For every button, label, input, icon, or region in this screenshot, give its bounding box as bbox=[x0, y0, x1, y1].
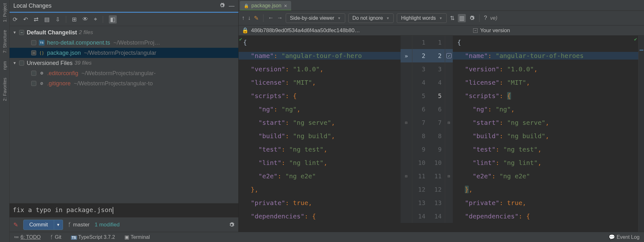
fold-icon[interactable]: ⊟ bbox=[405, 120, 408, 125]
diff-row-left[interactable]: "scripts": {55 bbox=[239, 89, 453, 103]
commit-message-text: fix a typo in package.json bbox=[13, 206, 112, 214]
diff-row-left[interactable]: "name": "angular-tour-of-hero»22✓ bbox=[239, 49, 453, 62]
next-diff-icon[interactable]: ↓ bbox=[248, 15, 251, 21]
file-row-package-json[interactable]: { } package.json ~/WebstormProjects/angu… bbox=[10, 48, 238, 58]
diff-row-right[interactable]: "build": "ng build", bbox=[453, 129, 638, 143]
expand-square-icon[interactable]: − bbox=[473, 28, 478, 33]
edit-icon[interactable]: ✎ bbox=[254, 15, 259, 22]
fold-icon[interactable]: ⊟ bbox=[448, 120, 450, 125]
status-bar: ≔ 6: TODO ᚶ Git TS TypeScript 3.7.2 ▣ Te… bbox=[10, 232, 644, 242]
diff-row-right[interactable]: "name": "angular-tour-of-heroes bbox=[453, 49, 638, 62]
status-git[interactable]: ᚶ Git bbox=[50, 234, 61, 240]
file-row-gitignore[interactable]: ⊘ .gitignore ~/WebstormProjects/angular-… bbox=[10, 78, 238, 89]
ignored-file-icon: ⊘ bbox=[39, 81, 45, 86]
diff-row-right[interactable]: "version": "1.0.0", bbox=[453, 62, 638, 76]
commit-footer: ✎ Commit ▼ ᚶ master 1 modified bbox=[10, 217, 238, 232]
commit-dropdown[interactable]: ▼ bbox=[54, 220, 63, 230]
diff-row-left[interactable]: },1212 bbox=[239, 183, 453, 196]
diff-row-right[interactable]: }, bbox=[453, 183, 638, 196]
file-checkbox[interactable] bbox=[31, 81, 36, 86]
diff-overview-ruler[interactable] bbox=[638, 36, 644, 232]
apply-change-icon[interactable]: » bbox=[405, 53, 408, 59]
diff-row-left[interactable]: "build": "ng build",88 bbox=[239, 129, 453, 143]
unversioned-checkbox[interactable] bbox=[19, 60, 24, 66]
diff-row-right[interactable]: "license": "MIT", bbox=[453, 76, 638, 89]
status-event-log[interactable]: 💬 Event Log bbox=[609, 234, 640, 240]
diff-row-right[interactable]: { bbox=[453, 36, 638, 49]
file-checkbox[interactable] bbox=[31, 50, 36, 55]
rail-structure[interactable]: 7: Structure bbox=[2, 30, 7, 53]
diff-viewer: 🔒 package.json ✕ ↑ ↓ ✎ ← → Side-by-side … bbox=[239, 0, 644, 232]
file-row-editorconfig[interactable]: ⚙ .editorconfig ~/WebstormProjects/angul… bbox=[10, 68, 238, 78]
viewer-mode-select[interactable]: Side-by-side viewer▼ bbox=[286, 13, 345, 23]
preview-icon[interactable]: 👁 bbox=[82, 16, 88, 23]
file-row-hero-detail[interactable]: TS hero-detail.component.ts ~/WebstormPr… bbox=[10, 38, 238, 48]
expand-icon[interactable]: ⌖ bbox=[94, 16, 97, 23]
rail-project[interactable]: 1: Project bbox=[2, 3, 7, 22]
diff-row-right[interactable]: "ng": "ng", bbox=[453, 103, 638, 116]
refresh-icon[interactable]: ⟳ bbox=[13, 16, 18, 23]
shelve-icon[interactable]: ⇩ bbox=[55, 16, 60, 23]
prev-diff-icon[interactable]: ↑ bbox=[242, 15, 245, 21]
fold-icon[interactable]: ⊟ bbox=[448, 174, 450, 179]
changelist-icon[interactable]: ▤ bbox=[44, 16, 50, 23]
local-changes-panel: Local Changes — ⟳ ↶ ⇄ ▤ ⇩ ⊞ 👁 ⌖ ◧ ▼ Defa… bbox=[10, 0, 239, 232]
fold-icon[interactable]: ⊟ bbox=[405, 174, 408, 179]
ignore-select[interactable]: Do not ignore▼ bbox=[348, 13, 394, 23]
diff-row-right[interactable]: "e2e": "ng e2e" bbox=[453, 169, 638, 183]
diff-row-left[interactable]: "start": "ng serve",⊟77⊟ bbox=[239, 116, 453, 129]
diff-row-right[interactable]: "private": true, bbox=[453, 196, 638, 210]
amend-icon[interactable]: ✎ bbox=[13, 221, 18, 228]
diff-row-left[interactable]: "e2e": "ng e2e"⊟1111⊟ bbox=[239, 169, 453, 183]
diff-settings-icon[interactable] bbox=[469, 15, 475, 21]
unversioned-row[interactable]: ▼ Unversioned Files 39 files bbox=[10, 58, 238, 68]
sync-scroll-icon[interactable]: ▥ bbox=[458, 14, 466, 22]
highlight-select[interactable]: Highlight words▼ bbox=[397, 13, 446, 23]
group-icon[interactable]: ⊞ bbox=[72, 16, 77, 23]
forward-icon[interactable]: → bbox=[277, 15, 283, 21]
ok-indicator-right: ✔ bbox=[634, 36, 637, 42]
toggle-sidebar-icon[interactable]: ◧ bbox=[109, 15, 117, 24]
revert-check-icon[interactable]: ✓ bbox=[446, 53, 452, 58]
editor-tab-package-json[interactable]: 🔒 package.json ✕ bbox=[240, 1, 291, 11]
diff-row-left[interactable]: "license": "MIT",44 bbox=[239, 76, 453, 89]
diff-row-right[interactable]: "lint": "ng lint", bbox=[453, 156, 638, 169]
diff-icon[interactable]: ⇄ bbox=[34, 16, 38, 23]
diff-row-left[interactable]: "lint": "ng lint",1010 bbox=[239, 156, 453, 169]
diff-row-left[interactable]: "test": "ng test",99 bbox=[239, 143, 453, 156]
back-icon[interactable]: ← bbox=[268, 15, 274, 21]
commit-button[interactable]: Commit bbox=[23, 220, 54, 230]
diff-row-right[interactable]: "scripts": { bbox=[453, 89, 638, 103]
rail-npm[interactable]: npm bbox=[2, 61, 7, 70]
diff-row-left[interactable]: "ng": "ng",66 bbox=[239, 103, 453, 116]
file-checkbox[interactable] bbox=[31, 71, 36, 76]
file-name: .editorconfig bbox=[47, 70, 78, 77]
branch-label[interactable]: ᚶ master bbox=[68, 222, 90, 228]
rollback-icon[interactable]: ↶ bbox=[23, 16, 28, 23]
help-icon[interactable]: ? bbox=[484, 15, 487, 21]
commit-message-input[interactable]: fix a typo in package.json bbox=[10, 203, 238, 217]
collapse-icon[interactable]: ⇅ bbox=[450, 15, 455, 22]
diff-row-left[interactable]: "version": "1.0.0",33 bbox=[239, 62, 453, 76]
minimize-icon[interactable]: — bbox=[229, 3, 234, 9]
file-checkbox[interactable] bbox=[31, 40, 36, 45]
diff-row-left[interactable]: "dependencies": {1414 bbox=[239, 210, 453, 223]
file-path: ~/WebstormProjects/angular- bbox=[81, 70, 156, 77]
diff-row-left[interactable]: {11 bbox=[239, 36, 453, 49]
modified-count[interactable]: 1 modified bbox=[95, 222, 120, 228]
status-todo[interactable]: ≔ 6: TODO bbox=[14, 234, 41, 240]
diff-row-right[interactable]: "start": "ng serve", bbox=[453, 116, 638, 129]
status-typescript[interactable]: TS TypeScript 3.7.2 bbox=[71, 234, 115, 240]
branch-icon: ᚶ bbox=[68, 222, 71, 228]
diff-row-right[interactable]: "dependencies": { bbox=[453, 210, 638, 223]
editor-tab-bar: 🔒 package.json ✕ bbox=[239, 0, 644, 11]
diff-row-left[interactable]: "private": true,1313 bbox=[239, 196, 453, 210]
gear-icon[interactable] bbox=[219, 3, 225, 9]
status-terminal[interactable]: ▣ Terminal bbox=[124, 234, 150, 240]
rail-favorites[interactable]: 2: Favorites bbox=[2, 78, 7, 101]
close-icon[interactable]: ✕ bbox=[284, 4, 287, 8]
commit-settings-icon[interactable] bbox=[229, 222, 234, 228]
changelist-row[interactable]: ▼ Default Changelist 2 files bbox=[10, 27, 238, 38]
diff-row-right[interactable]: "test": "ng test", bbox=[453, 143, 638, 156]
changelist-checkbox[interactable] bbox=[19, 30, 24, 35]
